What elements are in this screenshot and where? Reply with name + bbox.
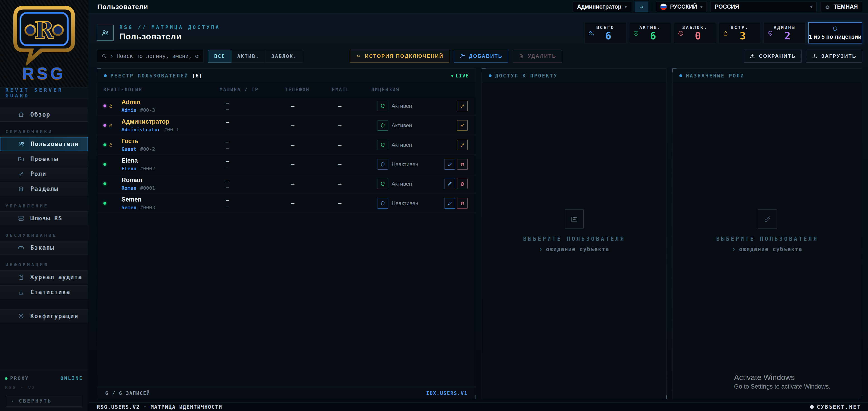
user-id: #00-2 (140, 146, 155, 152)
role-dropdown[interactable]: Администратор ▾ (573, 2, 631, 12)
sidebar-item-roles[interactable]: Роли (0, 167, 88, 181)
sidebar-nav: Обзор СПРАВОЧНИКИ Пользователи Проекты Р… (0, 98, 88, 370)
delete-button[interactable] (457, 179, 468, 189)
filter-tab-active[interactable]: АКТИВ. (231, 50, 266, 62)
project-empty-state: ВЫБЕРИТЕ ПОЛЬЗОВАТЕЛЯ › ожидание субъект… (482, 73, 666, 389)
blocked-icon (678, 30, 684, 36)
delete-user-button[interactable]: УДАЛИТЬ (513, 50, 562, 62)
sidebar-item-configuration[interactable]: Конфигурация (0, 309, 88, 323)
sidebar-item-backups[interactable]: Бэкапы (0, 241, 88, 255)
connection-history-button[interactable]: ИСТОРИЯ ПОДКЛЮЧЕНИЙ (350, 50, 449, 62)
phone-value: – (291, 142, 338, 148)
license-counter: 1 из 5 по лицензии (808, 22, 862, 43)
sidebar-item-audit-log[interactable]: Журнал аудита (0, 270, 88, 284)
theme-toggle-button[interactable]: ☼ ТЁМНАЯ (820, 2, 862, 12)
ip-value: – (226, 204, 291, 209)
machine-value: – (226, 198, 291, 203)
logout-button[interactable]: → (635, 2, 648, 12)
stat-card-active: АКТИВ. 6 (629, 22, 671, 43)
collapse-label: СВЕРНУТЬ (19, 398, 52, 404)
key-button[interactable] (457, 140, 468, 150)
pencil-icon (447, 181, 452, 186)
status-bar: RSG.USERS.V2 · МАТРИЦА ИДЕНТИЧНОСТИ СУБЪ… (88, 402, 868, 411)
russia-flag-icon (660, 3, 667, 10)
sidebar-item-gateways[interactable]: Шлюзы RS (0, 211, 88, 225)
edit-button[interactable] (444, 159, 455, 170)
user-login: Administrator (122, 127, 160, 133)
phone-value: – (291, 181, 338, 187)
filter-tabs: ВСЕ АКТИВ. ЗАБЛОК. (208, 50, 303, 62)
stat-value: 0 (689, 31, 701, 41)
sidebar-item-sections[interactable]: Разделы (0, 182, 88, 196)
users-icon (101, 29, 109, 37)
license-shield-icon (377, 120, 388, 131)
sidebar-section-directories: СПРАВОЧНИКИ (0, 122, 88, 137)
chevron-down-icon: ▾ (700, 4, 703, 9)
language-dropdown-value: РУССКИЙ (670, 3, 697, 10)
sidebar-item-statistics[interactable]: Статистика (0, 285, 88, 299)
user-id: #0003 (140, 205, 155, 210)
email-value: – (338, 103, 377, 109)
user-display-name: Roman (122, 177, 226, 184)
filter-tab-blocked[interactable]: ЗАБЛОК. (266, 50, 303, 62)
lock-icon (108, 104, 113, 108)
edit-button[interactable] (444, 198, 455, 209)
table-footer: 6 / 6 ЗАПИСЕЙ IDX.USERS.V1 (97, 387, 476, 399)
save-label: СОХРАНИТЬ (759, 53, 796, 59)
status-dot (103, 202, 106, 205)
breadcrumb: RSG // МАТРИЦА ДОСТУПА (119, 25, 220, 30)
collapse-sidebar-button[interactable]: ‹ СВЕРНУТЬ (6, 395, 82, 407)
empty-state-subtitle: › ожидание субъекта (732, 246, 802, 253)
machine-value: – (226, 100, 291, 106)
filter-tab-all[interactable]: ВСЕ (208, 50, 231, 62)
table-row[interactable]: ElenaElena#0002 –– – – Неактивен (97, 155, 476, 174)
sidebar-footer: PROXY ONLINE RSG · V2 ‹ СВЕРНУТЬ (0, 370, 88, 411)
delete-button[interactable] (457, 198, 468, 209)
project-access-panel: ДОСТУП К ПРОЕКТУ ВЫБЕРИТЕ ПОЛЬЗОВАТЕЛЯ ›… (482, 68, 666, 399)
table-row[interactable]: SemenSemen#0003 –– – – Неактивен (97, 194, 476, 213)
save-button[interactable]: СОХРАНИТЬ (744, 50, 802, 62)
stat-value: 2 (779, 31, 790, 41)
user-display-name: Администратор (122, 118, 226, 125)
email-value: – (338, 181, 377, 187)
load-button[interactable]: ЗАГРУЗИТЬ (806, 50, 862, 62)
table-row[interactable]: АдминистраторAdministrator#00-1 –– – – А… (97, 116, 476, 135)
license-shield-icon (377, 179, 388, 189)
sidebar-item-users[interactable]: Пользователи (0, 137, 88, 151)
table-row[interactable]: ГостьGuest#00-2 –– – – Активен (97, 135, 476, 155)
column-header-email: EMAIL (332, 87, 371, 92)
table-row[interactable]: RomanRoman#0001 –– – – Активен (97, 174, 476, 194)
table-row[interactable]: AdminAdmin#00-3 –– – – Активен (97, 96, 476, 116)
add-label: ДОБАВИТЬ (469, 53, 503, 59)
license-status: Активен (392, 142, 412, 148)
add-user-button[interactable]: ДОБАВИТЬ (454, 50, 508, 62)
user-display-name: Admin (122, 99, 226, 106)
search-input[interactable] (117, 53, 199, 59)
edit-button[interactable] (444, 179, 455, 189)
delete-button[interactable] (457, 159, 468, 170)
region-select[interactable]: РОССИЯ ▾ (710, 2, 817, 12)
column-header-machine: МАШИНА / IP (220, 87, 285, 92)
key-button[interactable] (457, 120, 468, 131)
status-bar-left: RSG.USERS.V2 · МАТРИЦА ИДЕНТИЧНОСТИ (97, 404, 222, 410)
sidebar-item-overview[interactable]: Обзор (0, 108, 88, 122)
chevron-left-icon: ‹ (11, 398, 15, 404)
subject-net-label: СУБЪЕКТ.НЕТ (817, 404, 861, 410)
status-bar-right: СУБЪЕКТ.НЕТ (810, 404, 861, 410)
folder-icon (565, 209, 584, 229)
sidebar-item-label: Конфигурация (30, 313, 78, 320)
stat-label: ВСТР. (731, 25, 749, 30)
role-empty-state: ВЫБЕРИТЕ ПОЛЬЗОВАТЕЛЯ › ожидание субъект… (673, 73, 862, 389)
chevron-down-icon: ▾ (810, 4, 812, 9)
folder-icon (18, 155, 25, 163)
sidebar-item-projects[interactable]: Проекты (0, 152, 88, 166)
machine-value: – (226, 139, 291, 144)
ip-value: – (226, 165, 291, 170)
key-button[interactable] (457, 101, 468, 111)
role-dropdown-value: Администратор (577, 3, 621, 10)
records-count: 6 / 6 ЗАПИСЕЙ (105, 390, 150, 396)
column-header-login: REVIT-ЛОГИН (103, 87, 220, 92)
key-icon (18, 171, 25, 177)
language-dropdown[interactable]: РУССКИЙ ▾ (656, 2, 707, 12)
lock-icon (108, 123, 113, 128)
